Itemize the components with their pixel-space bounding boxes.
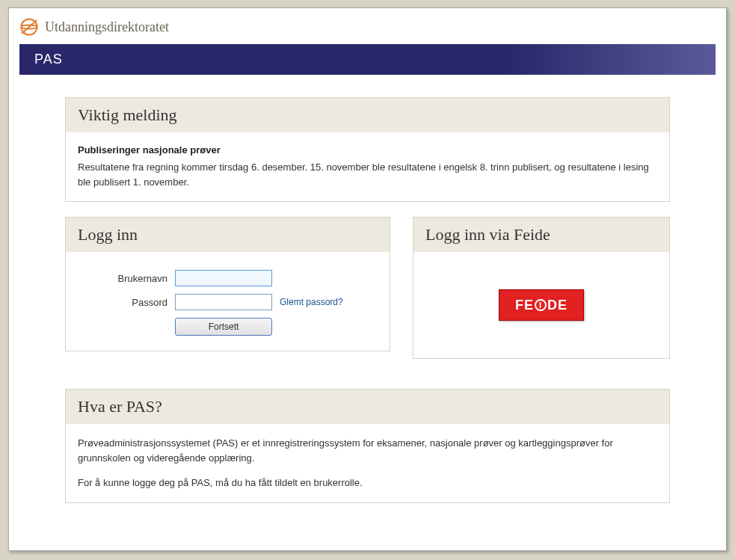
- org-name: Utdanningsdirektoratet: [45, 19, 169, 35]
- login-form: Brukernavn Passord Glemt passord? Fortse…: [66, 252, 390, 351]
- feide-column: Logg inn via Feide FEIDE: [413, 217, 670, 374]
- svg-line-1: [22, 20, 37, 34]
- username-input[interactable]: [175, 270, 272, 286]
- alert-panel-header: Viktig melding: [66, 98, 669, 132]
- alert-title: Viktig melding: [78, 105, 657, 125]
- login-panel-header: Logg inn: [66, 218, 390, 252]
- username-label: Brukernavn: [78, 273, 175, 284]
- password-row: Passord Glemt passord?: [78, 294, 378, 310]
- alert-panel-body: Publiseringer nasjonale prøver Resultate…: [66, 132, 669, 201]
- alert-panel: Viktig melding Publiseringer nasjonale p…: [65, 97, 670, 202]
- login-title: Logg inn: [78, 225, 378, 244]
- feide-login-button[interactable]: FEIDE: [499, 289, 584, 321]
- login-row: Logg inn Brukernavn Passord Glemt passor…: [65, 217, 670, 374]
- about-panel: Hva er PAS? Prøveadministrasjonssystemet…: [65, 389, 670, 503]
- header: Utdanningsdirektoratet: [9, 8, 726, 44]
- page-wrapper: Utdanningsdirektoratet PAS Viktig meldin…: [8, 7, 727, 551]
- about-paragraph-2: For å kunne logge deg på PAS, må du ha f…: [78, 476, 657, 490]
- about-panel-body: Prøveadministrasjonssystemet (PAS) er et…: [66, 424, 669, 502]
- feide-panel: Logg inn via Feide FEIDE: [413, 217, 670, 359]
- login-column: Logg inn Brukernavn Passord Glemt passor…: [65, 217, 390, 374]
- submit-button[interactable]: Fortsett: [175, 318, 272, 336]
- nav-bar: PAS: [19, 44, 716, 75]
- app-title: PAS: [34, 52, 701, 67]
- content-area: Viktig melding Publiseringer nasjonale p…: [9, 75, 726, 541]
- feide-panel-header: Logg inn via Feide: [413, 218, 669, 252]
- username-row: Brukernavn: [78, 270, 378, 286]
- feide-logo-icon: FEIDE: [515, 298, 568, 313]
- feide-panel-body: FEIDE: [413, 252, 669, 358]
- password-label: Passord: [78, 297, 175, 308]
- feide-title: Logg inn via Feide: [425, 225, 657, 244]
- about-title: Hva er PAS?: [78, 397, 657, 416]
- about-panel-header: Hva er PAS?: [66, 390, 669, 424]
- alert-body-text: Resultatene fra regning kommer tirsdag 6…: [78, 160, 657, 189]
- password-input[interactable]: [175, 294, 272, 310]
- about-paragraph-1: Prøveadministrasjonssystemet (PAS) er et…: [78, 436, 657, 465]
- forgot-password-link[interactable]: Glemt passord?: [280, 297, 343, 307]
- alert-subheading: Publiseringer nasjonale prøver: [78, 144, 657, 156]
- udir-logo-icon: [19, 17, 39, 37]
- submit-row: Fortsett: [78, 318, 378, 336]
- login-panel: Logg inn Brukernavn Passord Glemt passor…: [65, 217, 390, 351]
